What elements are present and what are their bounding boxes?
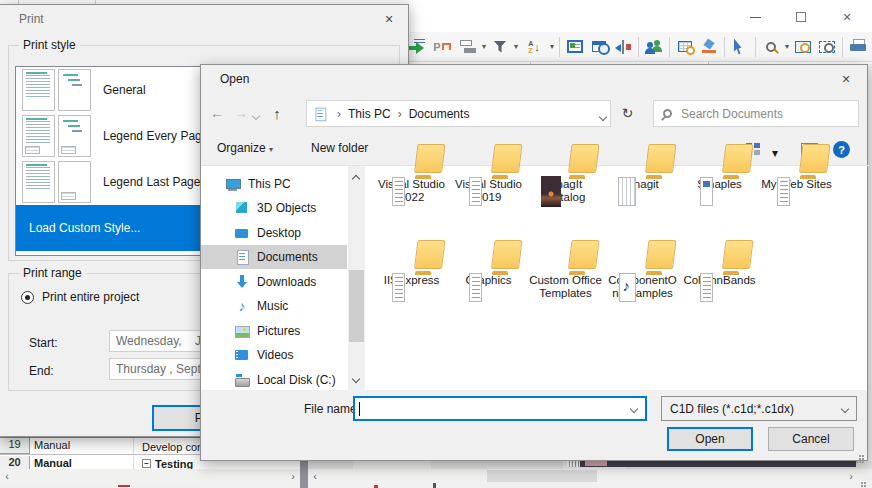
- documents-icon: [234, 249, 250, 265]
- scroll-left-arrow[interactable]: ‹: [308, 469, 322, 483]
- sidebar-item-documents[interactable]: Documents: [201, 245, 347, 269]
- folder-tile-smaples[interactable]: Smaples: [681, 174, 758, 191]
- file-name-dropdown-chevron[interactable]: [630, 405, 638, 413]
- folder-tile-columnbands[interactable]: ColumnBands: [681, 270, 758, 287]
- print-dialog-close-button[interactable]: ×: [378, 10, 400, 28]
- folder-tile-componentone-samples[interactable]: ♪ ComponentOne Samples: [604, 270, 681, 300]
- collapse-box-icon[interactable]: −: [142, 459, 151, 468]
- organize-button[interactable]: Organize ▾: [217, 141, 273, 155]
- scroll-down-arrow[interactable]: [353, 371, 359, 385]
- sidebar-item-videos[interactable]: Videos: [201, 343, 347, 367]
- local-disk-icon: [234, 372, 250, 388]
- breadcrumb-documents[interactable]: Documents: [409, 107, 470, 121]
- folder-tile-graphics[interactable]: Graphics: [450, 270, 527, 287]
- format-painter-icon: [702, 40, 716, 53]
- window-resize-grip[interactable]: [858, 476, 866, 484]
- dark-mark: [433, 483, 436, 488]
- folder-tile-snagit-catalog[interactable]: SnagIt Catalog: [527, 174, 604, 204]
- scroll-up-arrow[interactable]: [353, 171, 359, 185]
- this-pc-icon: [225, 176, 241, 192]
- organize-dropdown-icon: ▾: [269, 145, 273, 154]
- refresh-button[interactable]: ↻: [614, 100, 641, 127]
- folder-tile-visual-studio-2022[interactable]: Visual Studio 2022: [373, 174, 450, 204]
- folder-tile-snagit[interactable]: Snagit: [604, 174, 681, 191]
- toolbar-icon-sort[interactable]: AZ↓: [520, 35, 548, 59]
- folder-tile-my-web-sites[interactable]: My Web Sites: [758, 174, 835, 191]
- filter-dropdown[interactable]: ▾: [512, 42, 520, 51]
- folder-tile-custom-office-templates[interactable]: Custom Office Templates: [527, 270, 604, 300]
- toolbar-icon-find-in-table[interactable]: [673, 35, 697, 59]
- print-dialog-titlebar: Print ×: [0, 5, 408, 33]
- new-folder-button[interactable]: New folder: [311, 141, 368, 155]
- zoom-dropdown[interactable]: ▾: [783, 42, 791, 51]
- print-style-label: Load Custom Style...: [29, 221, 140, 235]
- pane-splitter[interactable]: [300, 461, 308, 488]
- toolbar-icon-zoom[interactable]: [759, 35, 783, 59]
- toolbar-icon-group[interactable]: [456, 35, 480, 59]
- group-dropdown[interactable]: ▾: [480, 42, 488, 51]
- sidebar-item-downloads[interactable]: Downloads: [201, 270, 347, 294]
- cancel-button[interactable]: Cancel: [768, 427, 854, 451]
- calendar-clock-icon: [592, 41, 606, 52]
- scroll-right-arrow[interactable]: ›: [844, 469, 858, 483]
- left-horizontal-scrollbar[interactable]: ‹ ›: [0, 469, 300, 483]
- go-arrow-icon: [408, 39, 425, 54]
- minimize-icon: [750, 17, 761, 18]
- group-icon: [460, 40, 477, 53]
- address-bar[interactable]: › This PC › Documents: [306, 100, 611, 127]
- up-button[interactable]: ↑: [265, 105, 289, 122]
- folder-tile-visual-studio-2019[interactable]: Visual Studio 2019: [450, 174, 527, 204]
- recent-locations-chevron[interactable]: [253, 108, 259, 122]
- scrollbar-thumb[interactable]: [487, 470, 597, 482]
- address-dropdown-chevron[interactable]: [600, 109, 606, 123]
- help-button[interactable]: ?: [833, 141, 850, 158]
- open-dialog-close-button[interactable]: ×: [835, 70, 857, 88]
- view-mode-dropdown[interactable]: ▾: [771, 146, 779, 160]
- toolbar-icon-filter[interactable]: [488, 35, 512, 59]
- breadcrumb-separator: ›: [398, 107, 402, 121]
- maximize-icon: [796, 12, 806, 22]
- file-name-input[interactable]: [353, 396, 647, 421]
- sidebar-item-desktop[interactable]: Desktop: [201, 221, 347, 245]
- toolbar-icon-zoom-to-fit[interactable]: [791, 35, 815, 59]
- print-style-group-label: Print style: [19, 38, 80, 52]
- forward-button[interactable]: →: [229, 105, 253, 121]
- dialog-resize-grip[interactable]: [856, 449, 864, 457]
- toolbar-icon-zoom-region[interactable]: [815, 35, 839, 59]
- toolbar-icon-percent-complete[interactable]: P: [428, 35, 456, 59]
- toolbar-icon-print[interactable]: [846, 35, 870, 59]
- toolbar-icon-select-cursor[interactable]: [728, 35, 752, 59]
- scrollbar-thumb[interactable]: [349, 270, 364, 342]
- toolbar-icon-resources[interactable]: [642, 35, 666, 59]
- breadcrumb-this-pc[interactable]: This PC: [348, 107, 391, 121]
- print-style-thumbnail: [58, 161, 91, 203]
- toolbar-separator: [755, 37, 756, 57]
- toolbar-icon-format-painter[interactable]: [697, 35, 721, 59]
- sidebar-item-3d-objects[interactable]: 3D Objects: [201, 196, 347, 220]
- maximize-button[interactable]: [788, 8, 814, 26]
- sidebar-item-this-pc[interactable]: This PC: [201, 172, 347, 196]
- close-button[interactable]: ×: [834, 8, 860, 26]
- sidebar-item-local-disk-c[interactable]: Local Disk (C:): [201, 368, 347, 392]
- sidebar-item-pictures[interactable]: Pictures: [201, 319, 347, 343]
- scroll-left-arrow[interactable]: ‹: [0, 469, 14, 483]
- toolbar-icon-calendar-clock[interactable]: [587, 35, 611, 59]
- help-icon: ?: [833, 141, 850, 158]
- search-box[interactable]: [653, 100, 859, 127]
- sidebar-item-music[interactable]: ♪ Music: [201, 294, 347, 318]
- print-entire-project-option[interactable]: Print entire project: [21, 290, 139, 304]
- folder-tile-iisexpress[interactable]: IISExpress: [373, 270, 450, 287]
- minimize-button[interactable]: [742, 8, 768, 26]
- radio-checked-icon[interactable]: [21, 291, 34, 304]
- sort-dropdown[interactable]: ▾: [548, 42, 556, 51]
- back-button[interactable]: ←: [205, 105, 229, 121]
- dialog-body: This PC 3D Objects Desktop Documents Dow…: [201, 166, 867, 390]
- open-button[interactable]: Open: [667, 427, 753, 451]
- sidebar-scrollbar[interactable]: [348, 166, 365, 390]
- toolbar-icon-flip-layout[interactable]: [611, 35, 635, 59]
- scroll-right-arrow[interactable]: ›: [286, 469, 300, 483]
- search-input[interactable]: [681, 107, 831, 121]
- toolbar-separator: [638, 37, 639, 57]
- file-type-combo[interactable]: C1D files (*.c1d;*.c1dx): [661, 396, 857, 421]
- toolbar-icon-project-report[interactable]: [563, 35, 587, 59]
